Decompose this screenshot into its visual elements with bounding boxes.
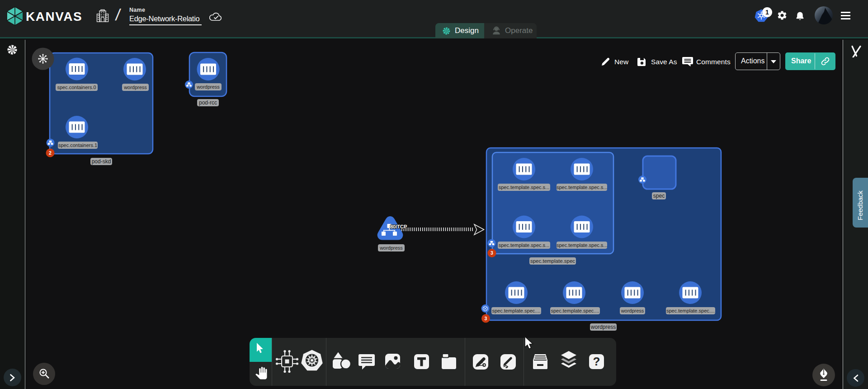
svg-text:80/TCP: 80/TCP <box>390 224 407 229</box>
svg-text:3: 3 <box>485 316 487 321</box>
svg-text:2: 2 <box>49 150 52 156</box>
svg-text:?: ? <box>593 355 600 368</box>
svg-text:3: 3 <box>491 250 493 256</box>
